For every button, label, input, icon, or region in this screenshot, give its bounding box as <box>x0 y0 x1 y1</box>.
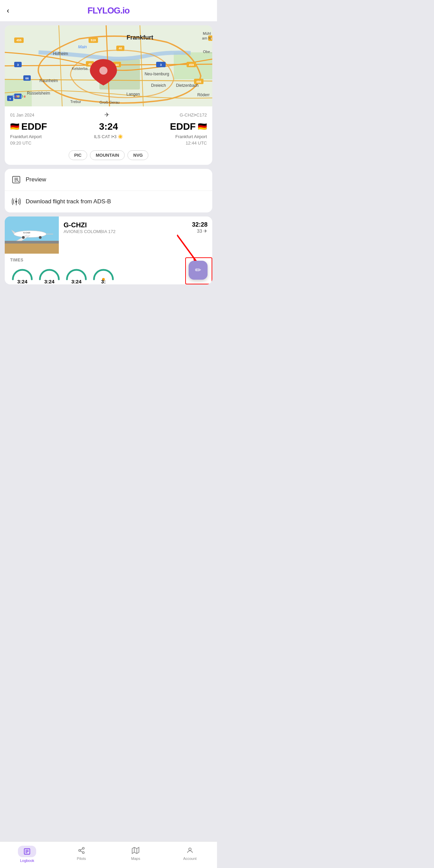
svg-text:e: e <box>24 94 26 98</box>
svg-text:3: 3 <box>17 63 19 67</box>
aircraft-id: G-CHZI•C172 <box>180 112 207 118</box>
svg-text:Mühl: Mühl <box>203 31 211 35</box>
svg-text:Dreieich: Dreieich <box>151 83 166 88</box>
flight-info: 01 Jan 2024 ✈ G-CHZI•C172 🇩🇪 EDDF 3:24 🇩… <box>5 106 212 165</box>
svg-text:Raunheim: Raunheim <box>40 78 58 83</box>
svg-text:Röderr: Röderr <box>197 93 210 97</box>
total-hours: 32:28 <box>192 221 208 228</box>
aircraft-type: AVIONES COLOMBIA 172 <box>64 229 116 234</box>
header: ‹ FLYLOG.io <box>0 0 217 21</box>
total-flights: 33 ✈ <box>192 228 208 234</box>
svg-point-70 <box>39 236 42 239</box>
flight-tags: PIC MOUNTAIN NVG <box>10 150 207 160</box>
aircraft-details: G-CHZI AVIONES COLOMBIA 172 32:28 33 ✈ <box>59 216 212 254</box>
antenna-icon <box>11 197 21 206</box>
airplane-icon: ✈ <box>104 111 110 119</box>
download-label: Download flight track from ADS-B <box>26 198 111 205</box>
svg-text:Obe..: Obe.. <box>203 50 212 54</box>
svg-text:G-CHZI: G-CHZI <box>23 232 30 234</box>
svg-rect-65 <box>5 216 59 242</box>
departure-name: Frankfurt Airport <box>10 134 42 139</box>
svg-text:Hofheim: Hofheim <box>53 51 68 56</box>
main-content: 3 66 60 9 43 44 3 486 459 8 51 <box>0 21 217 288</box>
times-section: TIMES 3:24 3:24 <box>5 254 212 284</box>
svg-text:43: 43 <box>88 62 92 66</box>
app-logo: FLYLOG.io <box>88 5 129 16</box>
flight-date: 01 Jan 2024 <box>10 112 34 118</box>
time-item-2: 3:24 <box>37 266 62 284</box>
arrival-code: 🇩🇪 EDDF <box>170 121 207 132</box>
svg-point-64 <box>16 201 17 202</box>
flight-card: 3 66 60 9 43 44 3 486 459 8 51 <box>5 25 212 165</box>
times-label: TIMES <box>10 258 207 262</box>
svg-text:Dietzenbach: Dietzenbach <box>176 83 199 88</box>
svg-text:519: 519 <box>91 39 96 42</box>
svg-point-71 <box>22 236 25 239</box>
back-button[interactable]: ‹ <box>7 6 9 15</box>
arrival-name: Frankfurt Airport <box>175 134 207 139</box>
svg-text:66: 66 <box>25 77 29 80</box>
svg-text:459: 459 <box>189 63 194 67</box>
svg-text:Neu-Isenburg: Neu-Isenburg <box>145 72 169 76</box>
svg-point-58 <box>99 67 107 75</box>
svg-text:Langen: Langen <box>126 92 140 97</box>
svg-rect-67 <box>5 241 59 244</box>
svg-text:Kelsterba..: Kelsterba.. <box>72 67 90 71</box>
svg-text:am N: am N <box>202 36 211 40</box>
svg-text:g: g <box>20 94 22 98</box>
edit-fab-button[interactable]: ✏ <box>189 261 208 280</box>
svg-text:3: 3 <box>160 63 162 67</box>
aircraft-registration: G-CHZI <box>64 221 116 229</box>
times-row: 3:24 3:24 3:24 <box>10 266 207 284</box>
svg-text:Trebur: Trebur <box>70 100 81 104</box>
svg-text:l: l <box>22 94 23 98</box>
svg-text:Main: Main <box>78 45 87 49</box>
time-item-3: 3:24 <box>64 266 89 284</box>
aircraft-card: G-CHZI G-CHZI AVIONES COLOMBIA 172 32:28 <box>5 216 212 284</box>
preview-label: Preview <box>26 176 46 183</box>
approach-info: ILS CAT I•3 ☀️ <box>94 134 123 139</box>
svg-text:40: 40 <box>119 47 122 50</box>
actions-card: Preview Download flight track from ADS-B <box>5 169 212 212</box>
preview-action[interactable]: Preview <box>5 169 212 191</box>
svg-text:Groß-Gerau: Groß-Gerau <box>99 100 119 104</box>
tag-mountain[interactable]: MOUNTAIN <box>90 150 125 160</box>
flight-duration: 3:24 <box>99 121 118 132</box>
departure-code: 🇩🇪 EDDF <box>10 121 47 132</box>
edit-icon: ✏ <box>195 266 201 275</box>
svg-rect-66 <box>5 242 59 254</box>
download-action[interactable]: Download flight track from ADS-B <box>5 191 212 212</box>
tag-pic[interactable]: PIC <box>69 150 88 160</box>
tag-nvg[interactable]: NVG <box>127 150 148 160</box>
preview-icon <box>11 175 21 184</box>
departure-time: 09:20 UTC <box>10 141 31 146</box>
flight-map[interactable]: 3 66 60 9 43 44 3 486 459 8 51 <box>5 25 212 106</box>
time-item-1: 3:24 <box>10 266 34 284</box>
svg-text:o: o <box>15 94 17 98</box>
time-item-4: 3: <box>91 266 116 284</box>
svg-text:9: 9 <box>9 97 11 100</box>
arrival-time: 12:44 UTC <box>186 141 207 146</box>
svg-text:o: o <box>17 94 20 98</box>
aircraft-image: G-CHZI <box>5 216 59 254</box>
svg-text:455: 455 <box>16 39 21 42</box>
svg-text:Frankfurt: Frankfurt <box>126 34 153 41</box>
